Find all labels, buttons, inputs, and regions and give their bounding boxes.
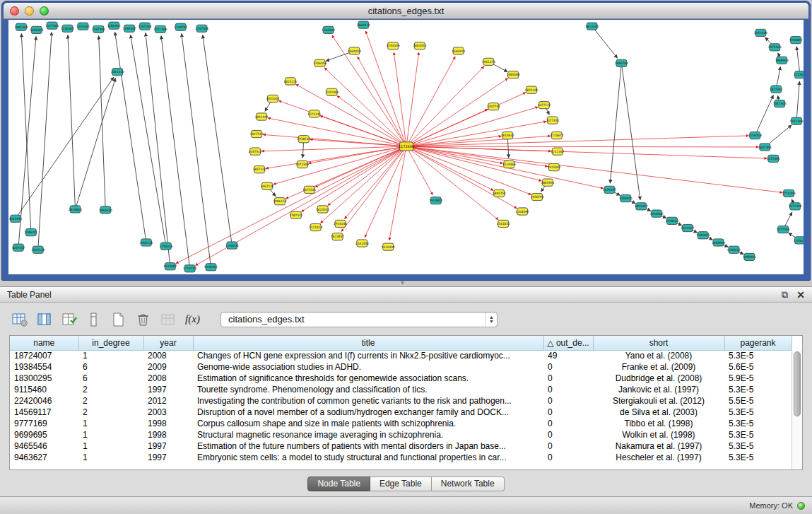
- graph-node[interactable]: 1260904: [322, 26, 335, 33]
- table-cell[interactable]: 49: [543, 350, 593, 361]
- table-cell[interactable]: 14569117: [10, 407, 78, 418]
- table-cell[interactable]: 0: [543, 384, 593, 395]
- table-cell[interactable]: 5.6E-5: [724, 361, 792, 373]
- graph-node[interactable]: 1485083: [507, 71, 520, 78]
- table-cell[interactable]: Stergiakouli et al. (2012): [593, 395, 724, 407]
- graph-node[interactable]: 1072340: [789, 203, 802, 210]
- tab-edge-table[interactable]: Edge Table: [370, 477, 432, 491]
- table-cell[interactable]: Nakamura et al. (1997): [593, 440, 724, 452]
- graph-node[interactable]: 1633087: [163, 263, 177, 270]
- graph-node[interactable]: 1072305: [767, 155, 780, 162]
- edit-columns-icon[interactable]: [59, 310, 78, 328]
- graph-node[interactable]: 1273141: [307, 110, 321, 117]
- network-view[interactable]: 1172406125430916640502206058181512014420…: [8, 20, 804, 274]
- table-cell[interactable]: 1998: [143, 418, 193, 429]
- column-icon[interactable]: [84, 310, 103, 328]
- graph-node[interactable]: 1245012: [794, 237, 804, 244]
- table-cell[interactable]: 19384554: [10, 361, 78, 373]
- table-cell[interactable]: Corpus callosum shape and size in male p…: [193, 418, 543, 429]
- graph-node[interactable]: 1153301: [76, 23, 90, 30]
- table-cell[interactable]: Changes of HCN gene expression and I(f) …: [193, 350, 543, 361]
- table-cell[interactable]: 1: [78, 429, 143, 440]
- table-cell[interactable]: 9699695: [10, 429, 78, 440]
- table-cell[interactable]: de Silva et al. (2003): [593, 407, 724, 418]
- table-cell[interactable]: 0: [543, 418, 593, 429]
- table-row[interactable]: 1872400712008Changes of HCN gene express…: [10, 350, 792, 361]
- table-cell[interactable]: 9115460: [10, 384, 78, 395]
- graph-node[interactable]: 1991620: [99, 206, 112, 214]
- graph-node[interactable]: 1875105: [525, 86, 539, 93]
- table-cell[interactable]: Tibbo et al. (1998): [593, 418, 724, 429]
- table-cell[interactable]: 0: [543, 429, 593, 440]
- graph-node[interactable]: 2816605: [69, 206, 82, 213]
- graph-node[interactable]: 1620541: [316, 206, 329, 213]
- graph-node[interactable]: 1033955: [8, 215, 22, 222]
- graph-node[interactable]: 1915442: [547, 164, 560, 171]
- graph-node[interactable]: 1815120: [283, 78, 297, 85]
- table-cell[interactable]: 5.3E-5: [724, 407, 792, 418]
- table-cell[interactable]: Investigating the contribution of common…: [193, 395, 543, 407]
- table-cell[interactable]: 2008: [143, 373, 193, 384]
- graph-node[interactable]: 1221309: [153, 25, 167, 33]
- close-panel-icon[interactable]: ✕: [796, 290, 805, 300]
- table-cell[interactable]: 2003: [143, 407, 193, 418]
- table-row[interactable]: 2242004622012Investigating the contribut…: [10, 395, 792, 407]
- graph-node[interactable]: 1865491: [541, 179, 554, 186]
- function-builder-icon[interactable]: f(x): [183, 310, 202, 328]
- graph-node[interactable]: 1254309: [387, 42, 400, 49]
- table-cell[interactable]: 0: [543, 373, 593, 384]
- table-cell[interactable]: 0: [543, 361, 593, 373]
- table-row[interactable]: 1830029562008Estimation of significance …: [10, 373, 792, 384]
- graph-node[interactable]: 2051310: [111, 69, 124, 76]
- table-cell[interactable]: 0: [543, 440, 593, 452]
- table-cell[interactable]: 5.3E-5: [724, 418, 792, 429]
- table-scrollbar-thumb[interactable]: [794, 351, 801, 416]
- graph-node[interactable]: 9245032: [727, 246, 741, 253]
- graph-node[interactable]: 1904905: [650, 210, 664, 217]
- graph-node[interactable]: 1082309: [14, 23, 28, 30]
- table-cell[interactable]: 5.3E-5: [724, 384, 792, 395]
- table-cell[interactable]: 1: [78, 350, 143, 361]
- graph-node[interactable]: 1059307: [11, 244, 25, 251]
- table-cell[interactable]: 5.3E-5: [724, 429, 792, 440]
- table-cell[interactable]: 9777169: [10, 418, 78, 429]
- graph-node[interactable]: 1610632: [501, 132, 514, 139]
- table-cell[interactable]: 5.3E-5: [724, 452, 792, 463]
- network-view-canvas[interactable]: 1172406125430916640502206058181512014420…: [8, 20, 804, 274]
- float-panel-icon[interactable]: ⧉: [782, 290, 788, 299]
- graph-node[interactable]: 1914845: [429, 197, 442, 204]
- table-cell[interactable]: 6: [78, 373, 143, 384]
- table-row[interactable]: 969969511998Structural magnetic resonanc…: [10, 429, 792, 440]
- graph-node[interactable]: 1679197: [603, 186, 616, 193]
- show-columns-icon[interactable]: [35, 310, 54, 328]
- table-cell[interactable]: 0: [543, 407, 593, 418]
- graph-node[interactable]: 1212167: [551, 148, 564, 155]
- table-cell[interactable]: 5.5E-5: [724, 395, 792, 407]
- graph-node[interactable]: 1219705: [183, 265, 196, 272]
- graph-node[interactable]: 2905135: [139, 239, 153, 246]
- graph-node[interactable]: 1167300: [92, 25, 105, 33]
- graph-node[interactable]: 1956794: [531, 193, 544, 200]
- graph-node[interactable]: 1945403: [696, 232, 710, 239]
- table-cell[interactable]: 1: [78, 418, 143, 429]
- graph-node[interactable]: 1677122: [537, 102, 551, 109]
- graph-node[interactable]: 1161458: [355, 240, 369, 247]
- graph-node[interactable]: 1918401: [665, 217, 678, 224]
- graph-node[interactable]: 1148205: [225, 242, 239, 249]
- table-cell[interactable]: 0: [543, 452, 593, 463]
- table-cell[interactable]: 22420046: [10, 395, 78, 407]
- table-cell[interactable]: 9465546: [10, 440, 78, 452]
- tab-network-table[interactable]: Network Table: [432, 477, 505, 491]
- network-table-selector[interactable]: citations_edges.txt ▲ ▼: [220, 312, 498, 327]
- column-header-pagerank[interactable]: pagerank: [724, 336, 792, 350]
- graph-node[interactable]: 1234702: [174, 23, 187, 30]
- graph-node[interactable]: 1958909: [712, 239, 725, 246]
- graph-node[interactable]: 1442004: [266, 95, 279, 102]
- table-cell[interactable]: Genome-wide association studies in ADHD.: [193, 361, 543, 373]
- delete-icon[interactable]: [134, 310, 153, 328]
- table-cell[interactable]: 1998: [143, 429, 193, 440]
- graph-node[interactable]: 7125419: [309, 223, 322, 230]
- graph-node[interactable]: 1207303: [138, 23, 151, 30]
- table-cell[interactable]: Estimation of significance thresholds fo…: [193, 373, 543, 384]
- table-cell[interactable]: Hescheler et al. (1997): [593, 452, 724, 463]
